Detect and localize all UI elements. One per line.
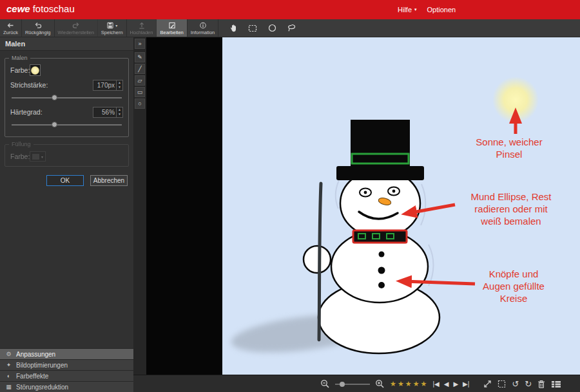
eraser-tool-icon[interactable]: ▱ [135,75,145,86]
fit-view-icon[interactable] [483,380,492,388]
hardness-input[interactable] [93,107,116,117]
crop-frame-icon[interactable] [498,380,506,388]
rect-select-icon[interactable] [246,21,260,35]
help-menu[interactable]: Hilfe ▾ [398,6,417,14]
upload-button[interactable]: Hochladen [127,19,157,37]
star-icon[interactable]: ★ [413,380,420,388]
thumbnail-list-icon[interactable] [551,380,561,388]
slider-thumb[interactable] [52,122,57,127]
save-caret-icon: ▾ [115,23,117,28]
fill-group-legend: Füllung [9,141,34,147]
paint-group-legend: Malen [9,55,30,61]
back-button[interactable]: Zurück [0,19,22,37]
spin-down-icon[interactable]: ▼ [117,112,122,117]
category-farbeffekte[interactable]: ◐ Farbeffekte [0,370,133,381]
zoom-slider-thumb[interactable] [340,382,345,387]
upload-label: Hochladen [130,30,153,35]
ok-button[interactable]: OK [46,175,84,186]
brand-name: cewe [6,3,30,14]
status-controls: ★ ★ ★ ★ ★ |◀ ◀ ▶ ▶| ↺ ↻ [320,375,561,392]
options-menu[interactable]: Optionen [427,6,456,14]
selection-tools [226,19,298,37]
product-name: fotoschau [33,3,75,14]
category-label: Bildoptimierungen [16,362,68,369]
line-tool-icon[interactable]: ╱ [135,64,145,74]
spin-down-icon[interactable]: ▼ [117,85,122,89]
dialog-buttons: OK Abbrechen [6,175,128,186]
info-button[interactable]: Information [188,19,219,37]
lasso-select-icon[interactable] [284,21,298,35]
hat-brim [336,166,424,180]
annotation-line: Sonne, weicher [454,136,564,148]
star-icon[interactable]: ★ [390,380,397,388]
noise-icon: ▦ [5,384,12,390]
fill-color-preview [32,154,39,160]
redo-button[interactable]: Wiederherstellen [55,19,98,37]
annotation-line: Pinsel [454,148,564,160]
next-photo-icon[interactable]: ▶ [453,380,458,387]
edit-button[interactable]: Bearbeiten [157,19,187,37]
zoom-out-icon[interactable] [320,379,330,389]
prev-photo-icon[interactable]: ◀ [444,380,449,387]
sketch-stroke [429,245,434,286]
category-anpassungen[interactable]: ⚙ Anpassungen [0,348,133,359]
zoom-slider[interactable] [335,380,370,388]
panel-expander-icon[interactable]: » [135,39,145,49]
hardness-row: Härtegrad: ▲ ▼ [10,106,123,118]
stroke-width-label: Strichstärke: [10,81,48,89]
trash-icon[interactable] [537,380,545,389]
pencil-tool-icon[interactable]: ✎ [135,52,145,62]
help-menu-label: Hilfe [398,6,412,14]
hardness-label: Härtegrad: [10,108,43,116]
stroke-width-row: Strichstärke: ▲ ▼ [10,79,123,91]
ellipse-select-icon[interactable] [265,21,279,35]
annotation-mouth: Mund Ellipse, Rest radieren oder mit wei… [449,191,573,227]
star-icon[interactable]: ★ [421,380,428,388]
color-swatch[interactable] [30,64,41,76]
spin-up-icon[interactable]: ▲ [117,80,122,85]
zoom-in-icon[interactable] [375,379,385,389]
first-photo-icon[interactable]: |◀ [432,380,439,387]
top-menu: Hilfe ▾ Optionen [398,6,456,14]
edit-label: Bearbeiten [160,30,183,35]
paint-panel: Malen Malen Farbe: Strichstärke: ▲ ▼ Här… [0,37,133,392]
titlebar: cewe fotoschau Hilfe ▾ Optionen [0,0,580,19]
chevron-down-icon: ▾ [414,7,417,12]
hat-crown [351,120,410,170]
rectangle-tool-icon[interactable]: ▭ [135,87,145,97]
drawing-surface[interactable]: Sonne, weicher Pinsel Mund Ellipse, Rest… [222,37,580,375]
category-stoerungsreduktion[interactable]: ▦ Störungsreduktion [0,381,133,392]
cancel-button[interactable]: Abbrechen [90,175,128,186]
stroke-width-input[interactable] [93,80,116,90]
save-label: Speichern [101,30,123,35]
save-button[interactable]: ▾ Speichern [98,19,127,37]
panel-title: Malen [0,37,133,51]
star-rating[interactable]: ★ ★ ★ ★ ★ [390,380,427,388]
left-pupil [364,191,367,194]
rotate-right-icon[interactable]: ↻ [525,379,532,389]
last-photo-icon[interactable]: ▶| [463,380,469,387]
hardness-slider[interactable] [12,121,122,128]
image-action-icons: ↺ ↻ [483,379,561,389]
upload-icon [138,22,146,29]
fill-color-row: Farbe: ▾ [10,151,123,162]
slider-thumb[interactable] [52,95,57,100]
stroke-width-slider[interactable] [12,94,122,101]
rotate-left-icon[interactable]: ↺ [512,379,519,389]
undo-button[interactable]: Rückgängig [22,19,55,37]
body-button [378,267,385,274]
annotation-line: Mund Ellipse, Rest [449,191,573,203]
fill-color-dropdown[interactable]: ▾ [30,151,46,162]
sketch-stroke [421,184,425,225]
star-icon[interactable]: ★ [405,380,412,388]
undo-label: Rückgängig [25,30,51,35]
stroke-width-stepper: ▲ ▼ [93,80,123,91]
spin-up-icon[interactable]: ▲ [117,107,122,112]
star-icon[interactable]: ★ [398,380,405,388]
ellipse-tool-icon[interactable]: ○ [135,98,145,109]
category-bildoptimierungen[interactable]: ✦ Bildoptimierungen [0,359,133,370]
body-button [379,252,385,257]
color-swatch-preview [31,66,39,75]
hardness-arrows: ▲ ▼ [116,107,122,117]
pan-hand-icon[interactable] [226,21,240,35]
